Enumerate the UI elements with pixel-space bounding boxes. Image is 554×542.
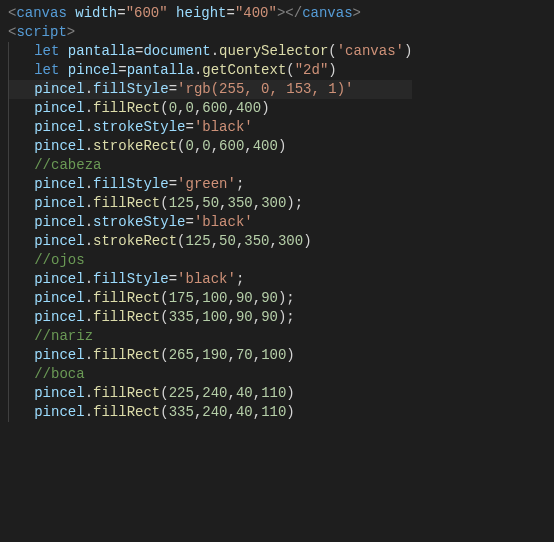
token-method: querySelector [219, 43, 328, 59]
token-punct: ; [236, 176, 244, 192]
token-punct: ; [236, 271, 244, 287]
token-punct: , [228, 404, 236, 420]
token-number: 600 [219, 138, 244, 154]
token-punct: , [228, 385, 236, 401]
token-punct: . [85, 138, 93, 154]
token-identifier: pincel [34, 100, 84, 116]
token-paren: ) [286, 195, 294, 211]
line-content: let pincel=pantalla.getContext("2d") [9, 61, 337, 80]
token-variable: pincel [68, 62, 118, 78]
token-number: 300 [278, 233, 303, 249]
token-number: 600 [202, 100, 227, 116]
line-content: //ojos [9, 251, 85, 270]
code-line[interactable]: pincel.fillStyle='green'; [8, 175, 412, 194]
token-operator: = [169, 176, 177, 192]
token-number: 265 [169, 347, 194, 363]
code-line[interactable]: //nariz [8, 327, 412, 346]
code-line[interactable]: pincel.strokeRect(125,50,350,300) [8, 232, 412, 251]
token-punct: , [228, 347, 236, 363]
token-punct: . [85, 347, 93, 363]
token-method: fillRect [93, 195, 160, 211]
code-line[interactable]: <canvas width="600" height="400"></canva… [8, 4, 412, 23]
token-attr-value: "600" [126, 5, 168, 21]
token-punct: . [85, 309, 93, 325]
token-number: 40 [236, 404, 253, 420]
token-tag-bracket: ></ [277, 5, 302, 21]
token-number: 400 [253, 138, 278, 154]
token-punct: , [253, 347, 261, 363]
code-line[interactable]: let pantalla=document.querySelector('can… [8, 42, 412, 61]
token-number: 100 [202, 290, 227, 306]
token-punct: , [228, 309, 236, 325]
token-number: 240 [202, 404, 227, 420]
token-identifier: pincel [34, 81, 84, 97]
code-line[interactable]: pincel.fillRect(265,190,70,100) [8, 346, 412, 365]
code-line[interactable]: <script> [8, 23, 412, 42]
token-operator: = [169, 81, 177, 97]
token-tag-name: canvas [302, 5, 352, 21]
token-property: fillStyle [93, 271, 169, 287]
code-line[interactable]: //cabeza [8, 156, 412, 175]
token-number: 100 [202, 309, 227, 325]
token-identifier: pincel [34, 385, 84, 401]
token-comment: //boca [34, 366, 84, 382]
token-identifier: pincel [34, 119, 84, 135]
token-operator: = [185, 119, 193, 135]
token-punct: , [211, 138, 219, 154]
line-content: pincel.fillRect(335,100,90,90); [9, 308, 295, 327]
token-property: strokeStyle [93, 214, 185, 230]
token-number: 50 [219, 233, 236, 249]
code-line[interactable]: pincel.fillRect(335,100,90,90); [8, 308, 412, 327]
code-line[interactable]: pincel.fillRect(335,240,40,110) [8, 403, 412, 422]
token-number: 0 [169, 100, 177, 116]
token-method: fillRect [93, 404, 160, 420]
token-punct: , [270, 233, 278, 249]
code-line[interactable]: //ojos [8, 251, 412, 270]
code-line[interactable]: pincel.fillRect(175,100,90,90); [8, 289, 412, 308]
token-punct: . [85, 195, 93, 211]
token-number: 110 [261, 404, 286, 420]
token-number: 0 [185, 100, 193, 116]
token-operator: = [169, 271, 177, 287]
code-line[interactable]: pincel.fillRect(0,0,600,400) [8, 99, 412, 118]
token-paren: ( [160, 404, 168, 420]
code-line[interactable]: let pincel=pantalla.getContext("2d") [8, 61, 412, 80]
code-area[interactable]: <canvas width="600" height="400"></canva… [8, 0, 412, 542]
token-property: strokeStyle [93, 119, 185, 135]
token-attr-name: width [75, 5, 117, 21]
token-paren: ( [160, 385, 168, 401]
token-paren: ( [328, 43, 336, 59]
token-keyword: let [34, 62, 59, 78]
token-number: 110 [261, 385, 286, 401]
token-punct: . [85, 290, 93, 306]
token-punct: . [85, 176, 93, 192]
token-number: 50 [202, 195, 219, 211]
code-line[interactable]: pincel.strokeStyle='black' [8, 213, 412, 232]
token-number: 400 [236, 100, 261, 116]
token-string: 'black' [177, 271, 236, 287]
code-line[interactable]: //boca [8, 365, 412, 384]
token-number: 90 [236, 309, 253, 325]
token-comment: //ojos [34, 252, 84, 268]
token-method: fillRect [93, 347, 160, 363]
code-line[interactable]: pincel.strokeStyle='black' [8, 118, 412, 137]
token-identifier: pincel [34, 404, 84, 420]
code-line[interactable]: pincel.fillRect(125,50,350,300); [8, 194, 412, 213]
code-line[interactable]: pincel.fillStyle='black'; [8, 270, 412, 289]
token-punct: , [219, 195, 227, 211]
token-identifier: pincel [34, 233, 84, 249]
line-content: <script> [8, 23, 75, 42]
token-variable: pantalla [68, 43, 135, 59]
token-paren: ( [160, 290, 168, 306]
token-pad [59, 42, 67, 61]
token-number: 40 [236, 385, 253, 401]
token-number: 240 [202, 385, 227, 401]
gutter [0, 0, 8, 542]
token-paren: ( [286, 62, 294, 78]
code-line[interactable]: pincel.strokeRect(0,0,600,400) [8, 137, 412, 156]
token-punct: . [85, 233, 93, 249]
token-punct: ; [286, 290, 294, 306]
code-line[interactable]: pincel.fillStyle='rgb(255, 0, 153, 1)' [8, 80, 412, 99]
code-line[interactable]: pincel.fillRect(225,240,40,110) [8, 384, 412, 403]
code-editor[interactable]: <canvas width="600" height="400"></canva… [0, 0, 554, 542]
